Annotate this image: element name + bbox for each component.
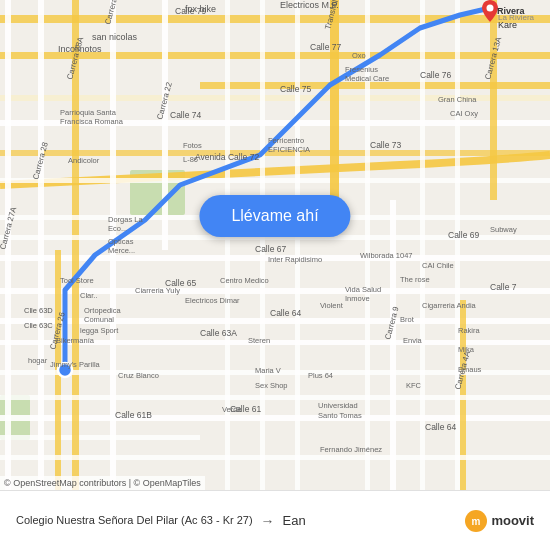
svg-rect-29 xyxy=(295,0,300,490)
svg-text:Oxo: Oxo xyxy=(352,51,366,60)
svg-rect-25 xyxy=(390,200,396,490)
map-container: fox bike san nicolas Incolmotos Electric… xyxy=(0,0,550,490)
svg-text:Calle 74: Calle 74 xyxy=(170,110,201,120)
svg-text:Inmove: Inmove xyxy=(345,294,370,303)
svg-text:san nicolas: san nicolas xyxy=(92,32,138,42)
svg-text:Calle 67: Calle 67 xyxy=(255,244,286,254)
svg-text:Calle 77: Calle 77 xyxy=(310,42,341,52)
svg-text:Avenida Calle 72: Avenida Calle 72 xyxy=(195,152,259,162)
svg-text:Wilborada 1047: Wilborada 1047 xyxy=(360,251,413,260)
svg-rect-16 xyxy=(0,435,200,440)
svg-text:Ciarreria Yuly: Ciarreria Yuly xyxy=(135,286,180,295)
svg-text:Tool Store: Tool Store xyxy=(60,276,94,285)
svg-rect-19 xyxy=(38,0,44,490)
svg-text:Sex Shop: Sex Shop xyxy=(255,381,288,390)
svg-rect-10 xyxy=(0,178,550,183)
svg-text:Bikermanía: Bikermanía xyxy=(56,336,95,345)
svg-rect-6 xyxy=(200,82,550,89)
svg-text:Electricos Dimar: Electricos Dimar xyxy=(185,296,240,305)
svg-text:Eco...: Eco... xyxy=(108,224,127,233)
svg-text:Envia: Envia xyxy=(403,336,423,345)
svg-text:Comunal: Comunal xyxy=(84,315,114,324)
svg-text:Parrioquia Santa: Parrioquia Santa xyxy=(60,108,117,117)
svg-text:Clle 63C: Clle 63C xyxy=(24,321,53,330)
svg-text:Fotos: Fotos xyxy=(183,141,202,150)
svg-text:Calle 76: Calle 76 xyxy=(420,70,451,80)
svg-text:Cigarreria Andia: Cigarreria Andia xyxy=(422,301,477,310)
svg-text:Dorgas La: Dorgas La xyxy=(108,215,143,224)
svg-text:EFICIENCIA: EFICIENCIA xyxy=(268,145,310,154)
svg-text:Calle 64: Calle 64 xyxy=(425,422,456,432)
svg-text:Centro Medico: Centro Medico xyxy=(220,276,269,285)
svg-text:Fernando Jiménez: Fernando Jiménez xyxy=(320,445,382,454)
svg-text:Inter Rapidisimo: Inter Rapidisimo xyxy=(268,255,322,264)
svg-text:Calle 73: Calle 73 xyxy=(370,140,401,150)
svg-rect-15 xyxy=(0,415,550,421)
map-svg: fox bike san nicolas Incolmotos Electric… xyxy=(0,0,550,490)
svg-text:Francisca Romana: Francisca Romana xyxy=(60,117,124,126)
svg-rect-27 xyxy=(225,0,230,490)
svg-text:Andicolor: Andicolor xyxy=(68,156,100,165)
svg-rect-36 xyxy=(0,395,550,400)
svg-text:Cruz Blanco: Cruz Blanco xyxy=(118,371,159,380)
origin-label: Colegio Nuestra Señora Del Pilar (Ac 63 … xyxy=(16,514,253,527)
moovit-icon: m xyxy=(465,510,487,532)
arrow-icon: → xyxy=(261,513,275,529)
route-info: Colegio Nuestra Señora Del Pilar (Ac 63 … xyxy=(16,513,453,529)
svg-text:Calle 75: Calle 75 xyxy=(280,84,311,94)
destination-label: Ean xyxy=(283,513,306,528)
svg-text:Subway: Subway xyxy=(490,225,517,234)
svg-text:Calle 7: Calle 7 xyxy=(490,282,517,292)
svg-text:Brot: Brot xyxy=(400,315,415,324)
svg-text:Fresenius: Fresenius xyxy=(345,65,378,74)
svg-text:Violent: Violent xyxy=(320,301,344,310)
svg-text:Gran China: Gran China xyxy=(438,95,477,104)
svg-text:Jimmy's Parilla: Jimmy's Parilla xyxy=(50,360,101,369)
svg-text:m: m xyxy=(472,516,481,527)
svg-rect-32 xyxy=(455,0,460,490)
navigate-button[interactable]: Llévame ahí xyxy=(199,195,350,237)
map-attribution: © OpenStreetMap contributors | © OpenMap… xyxy=(0,476,205,490)
svg-text:La Riviera: La Riviera xyxy=(498,13,535,22)
moovit-brand: moovit xyxy=(491,513,534,528)
svg-text:The rose: The rose xyxy=(400,275,430,284)
svg-text:Santo Tomas: Santo Tomas xyxy=(318,411,362,420)
svg-text:CAI Oxy: CAI Oxy xyxy=(450,109,478,118)
svg-text:Calle 64: Calle 64 xyxy=(270,308,301,318)
svg-text:Clle 63D: Clle 63D xyxy=(24,306,53,315)
svg-text:Ortopedica: Ortopedica xyxy=(84,306,122,315)
svg-text:Universidad: Universidad xyxy=(318,401,358,410)
svg-rect-37 xyxy=(0,455,550,460)
bottom-bar: Colegio Nuestra Señora Del Pilar (Ac 63 … xyxy=(0,490,550,550)
svg-text:Ferricentro: Ferricentro xyxy=(268,136,304,145)
svg-text:L-86: L-86 xyxy=(183,155,198,164)
moovit-logo: m moovit xyxy=(465,510,534,532)
svg-text:Steren: Steren xyxy=(248,336,270,345)
svg-text:Clar..: Clar.. xyxy=(80,291,98,300)
svg-text:hogar: hogar xyxy=(28,356,48,365)
svg-rect-4 xyxy=(0,15,550,23)
svg-text:Opticas: Opticas xyxy=(108,237,134,246)
svg-text:Rakira: Rakira xyxy=(458,326,481,335)
svg-text:Verde: Verde xyxy=(222,405,242,414)
svg-text:KFC: KFC xyxy=(406,381,422,390)
svg-text:Plus 64: Plus 64 xyxy=(308,371,333,380)
svg-text:Merce...: Merce... xyxy=(108,246,135,255)
svg-text:legga Sport: legga Sport xyxy=(80,326,119,335)
svg-text:Calle 63A: Calle 63A xyxy=(200,328,237,338)
svg-rect-22 xyxy=(162,0,168,250)
svg-point-39 xyxy=(487,5,494,12)
svg-text:Calle 69: Calle 69 xyxy=(448,230,479,240)
svg-text:Calle 79: Calle 79 xyxy=(175,6,206,16)
svg-rect-24 xyxy=(490,0,497,200)
svg-text:Vida Salud: Vida Salud xyxy=(345,285,381,294)
svg-text:Medical Care: Medical Care xyxy=(345,74,389,83)
svg-rect-13 xyxy=(0,318,550,324)
svg-text:Maria V: Maria V xyxy=(255,366,281,375)
svg-text:Calle 61B: Calle 61B xyxy=(115,410,152,420)
svg-text:CAI Chile: CAI Chile xyxy=(422,261,454,270)
